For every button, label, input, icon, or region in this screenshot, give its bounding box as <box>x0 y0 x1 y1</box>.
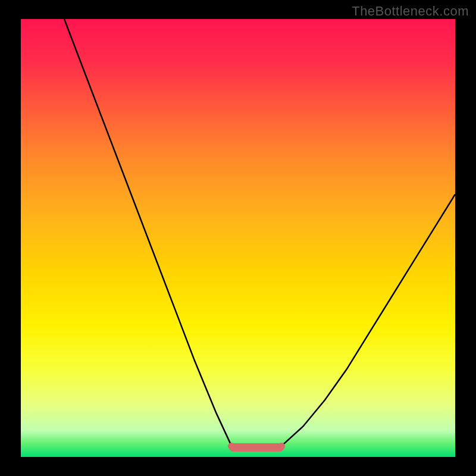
optimal-zone-end-left <box>228 443 235 450</box>
curve-right-branch <box>281 194 455 446</box>
optimal-zone-marker <box>229 443 284 452</box>
optimal-zone-end-right <box>278 443 285 450</box>
watermark-text: TheBottleneck.com <box>352 4 469 19</box>
curve-left-branch <box>64 19 231 446</box>
chart-plot-area <box>21 19 455 457</box>
curve-svg <box>21 19 455 457</box>
